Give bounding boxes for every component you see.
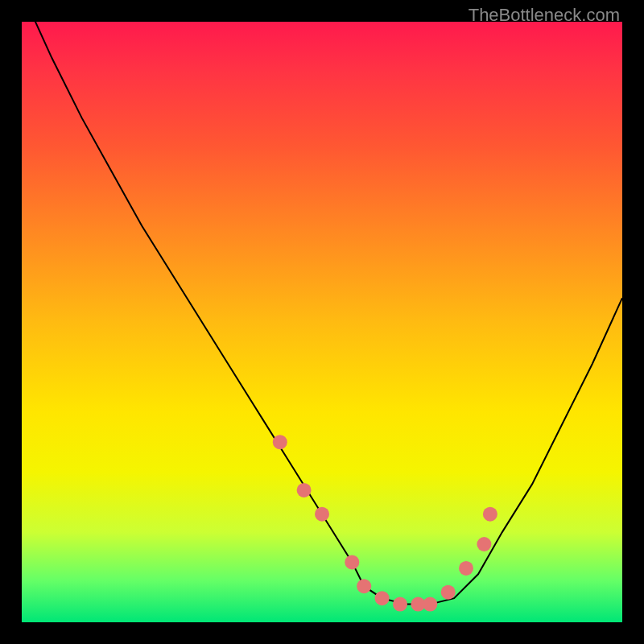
marker-dot (477, 537, 491, 551)
marker-dot (297, 483, 312, 497)
plot-area (22, 22, 622, 622)
marker-dot (441, 585, 456, 600)
marker-dot (345, 555, 359, 569)
marker-dot (393, 597, 407, 612)
chart-container: TheBottleneck.com (0, 0, 644, 644)
marker-dot (375, 591, 390, 605)
marker-dot (357, 579, 371, 593)
marker-dot (273, 435, 287, 449)
marker-dot (483, 507, 497, 522)
watermark-text: TheBottleneck.com (469, 5, 620, 26)
chart-svg (22, 22, 622, 622)
highlight-points (273, 435, 497, 611)
marker-dot (315, 507, 329, 522)
marker-dot (459, 561, 473, 576)
marker-dot (423, 597, 437, 612)
